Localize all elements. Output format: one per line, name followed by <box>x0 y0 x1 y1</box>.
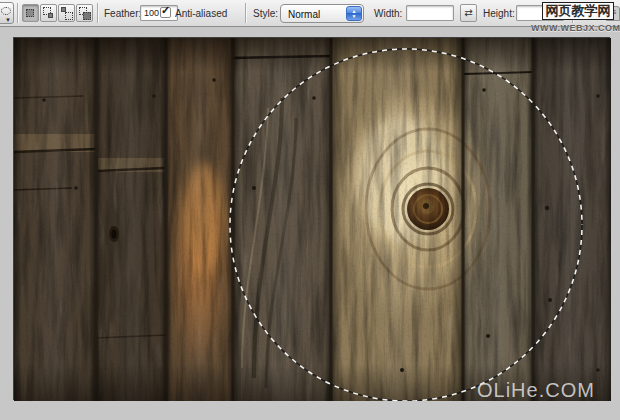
watermark-site-url: www.webjx.com <box>531 23 620 33</box>
tool-preset-picker[interactable]: ▼ <box>0 2 14 24</box>
add-to-selection-button[interactable] <box>40 4 57 22</box>
divider <box>97 3 98 23</box>
workspace <box>0 28 620 420</box>
chevron-down-icon: ▼ <box>5 17 11 23</box>
anti-aliased-label: Anti-aliased <box>175 8 227 19</box>
subtract-from-selection-button[interactable] <box>58 4 75 22</box>
intersect-selection-button[interactable] <box>76 4 93 22</box>
width-input[interactable] <box>406 5 454 21</box>
style-value: Normal <box>288 9 320 20</box>
swap-arrows-icon: ⇄ <box>464 7 472 18</box>
check-icon: ✓ <box>161 4 170 17</box>
feather-input[interactable] <box>140 5 178 21</box>
style-dropdown[interactable]: Normal ▲ ▼ <box>280 4 364 23</box>
feather-label: Feather: <box>104 8 141 19</box>
style-label: Style: <box>253 8 278 19</box>
options-bar: ▼ Feather: ✓ Anti-aliase <box>0 0 620 27</box>
selection-mode-group <box>22 4 93 22</box>
watermark-olihe: OLiHe.COM <box>477 379 595 402</box>
wood-texture-image <box>14 38 611 401</box>
divider <box>245 3 246 23</box>
elliptical-marquee-icon <box>1 7 11 15</box>
height-label: Height: <box>483 8 515 19</box>
photoshop-window: ▼ Feather: ✓ Anti-aliase <box>0 0 620 420</box>
swap-dimensions-button[interactable]: ⇄ <box>460 4 477 22</box>
divider <box>17 3 18 23</box>
new-selection-icon <box>26 9 34 17</box>
document-canvas[interactable] <box>13 37 610 400</box>
watermark-site-name: 网页教学网 <box>542 2 614 20</box>
dropdown-stepper-icon: ▲ ▼ <box>346 6 362 21</box>
new-selection-button[interactable] <box>22 4 39 22</box>
anti-aliased-checkbox[interactable]: ✓ <box>160 7 171 18</box>
width-label: Width: <box>374 8 402 19</box>
